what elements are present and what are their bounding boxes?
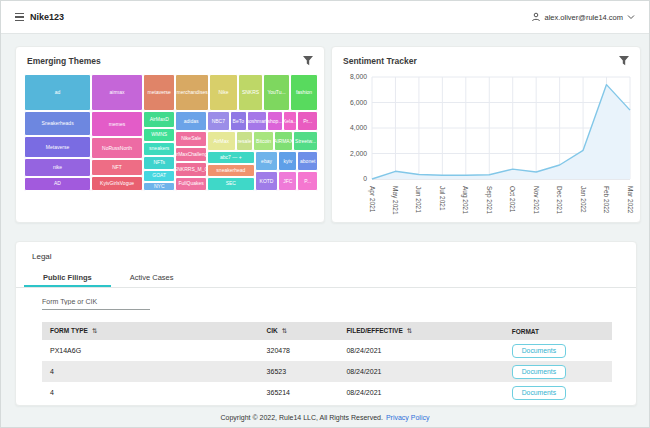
treemap-tile[interactable]: AirMaxD [143, 111, 175, 127]
treemap-tile[interactable]: NikeSale [175, 131, 206, 146]
treemap-tile[interactable]: AirMaxChallenge [175, 147, 206, 162]
treemap-tile[interactable]: NFT [91, 159, 143, 175]
legal-title: Legal [32, 252, 52, 261]
legal-card: Legal Public Filings Active Cases FORM T… [15, 241, 637, 406]
filed-effective-cell: 08/24/2021 [338, 361, 503, 382]
filed-effective-cell: 08/24/2021 [338, 382, 503, 403]
emerging-themes-card: Emerging Themes adSneakerheadsMetaversen… [15, 46, 325, 223]
form-type-cik-input[interactable] [42, 294, 150, 310]
column-header-filed-effective[interactable]: FILED/EFFECTIVE⇅ [338, 322, 503, 340]
treemap-tile[interactable]: nike [24, 158, 91, 177]
treemap-tile[interactable]: BeTo [230, 111, 247, 131]
treemap-tile[interactable]: shop... [267, 111, 282, 131]
treemap-tile[interactable]: AIRMAX [274, 131, 293, 151]
x-axis-tick-label: Jun 2021 [415, 186, 422, 213]
tab-public-filings[interactable]: Public Filings [24, 268, 111, 287]
form-type-cell: 4 [42, 382, 259, 403]
documents-button[interactable]: Documents [512, 344, 566, 358]
person-icon [531, 12, 541, 22]
user-menu[interactable]: alex.oliver@rule14.com [531, 12, 635, 22]
treemap-tile[interactable]: YouTu... [263, 74, 290, 111]
table-row: 43652308/24/2021Documents [42, 361, 612, 382]
y-axis-tick-label: 2,000 [350, 150, 367, 157]
treemap-tile[interactable]: NYC [143, 182, 175, 191]
column-header-cik[interactable]: CIK⇅ [259, 322, 339, 340]
y-axis-tick-label: 8,000 [350, 73, 367, 80]
treemap-tile[interactable]: WMNS [143, 128, 175, 142]
treemap-tile[interactable]: Streetw... [293, 131, 318, 151]
treemap-tile[interactable]: KyivGirlsVogue [91, 176, 143, 191]
x-axis-tick-label: Mar 2022 [627, 186, 634, 214]
treemap-tile[interactable]: kyiv [278, 151, 297, 171]
privacy-policy-link[interactable]: Privacy Policy [386, 414, 430, 421]
treemap-tile[interactable]: metaverse [143, 74, 175, 111]
column-header-form-type[interactable]: FORM TYPE⇅ [42, 322, 259, 340]
treemap-tile[interactable]: SNKRRS_M_G [175, 162, 206, 177]
treemap-tile[interactable]: memes [91, 111, 143, 137]
user-email: alex.oliver@rule14.com [545, 13, 623, 22]
x-axis-tick-label: May 2021 [391, 186, 399, 215]
documents-button[interactable]: Documents [512, 365, 566, 379]
treemap-tile[interactable]: ad [24, 74, 91, 111]
treemap-tile[interactable]: merchandises [175, 74, 209, 111]
treemap-tile[interactable]: abc7 — + [207, 151, 255, 164]
form-type-cell: PX14A6G [42, 340, 259, 361]
treemap-tile[interactable]: SEC [207, 177, 255, 191]
format-cell: Documents [504, 361, 612, 382]
hamburger-menu-icon[interactable] [15, 13, 24, 22]
x-axis-tick-label: Feb 2022 [603, 186, 610, 214]
copyright-text: Copyright © 2022, Rule14 LLC, All Rights… [221, 414, 383, 421]
table-row: 436521408/24/2021Documents [42, 382, 612, 403]
treemap-tile[interactable]: sneakers [143, 142, 175, 156]
treemap-tile[interactable]: Pr... [297, 111, 318, 131]
treemap-tile[interactable]: fashion [290, 74, 318, 111]
filings-table: FORM TYPE⇅CIK⇅FILED/EFFECTIVE⇅FORMAT PX1… [42, 322, 612, 403]
column-header-format: FORMAT [504, 322, 612, 340]
treemap-tile[interactable]: resale [236, 131, 254, 151]
filed-effective-cell: 08/24/2021 [338, 340, 503, 361]
treemap-tile[interactable]: NBC7 [207, 111, 230, 131]
treemap-tile[interactable]: Nike [209, 74, 238, 111]
treemap-tile[interactable]: AD [24, 177, 91, 191]
treemap-tile[interactable]: poshmark [247, 111, 268, 131]
app-window: Nike123 alex.oliver@rule14.com Emerging … [0, 0, 650, 428]
page-footer: Copyright © 2022, Rule14 LLC, All Rights… [1, 406, 649, 428]
brand-title: Nike123 [30, 12, 64, 22]
treemap-tile[interactable]: JFC [278, 171, 297, 191]
treemap-tile[interactable]: airmax [91, 74, 143, 111]
legal-tabbar: Public Filings Active Cases [16, 268, 636, 288]
y-axis-tick-label: 0 [363, 175, 367, 182]
treemap-tile[interactable]: AirMax [207, 131, 236, 151]
sentiment-tracker-card: Sentiment Tracker 02,0004,0006,0008,000A… [331, 46, 641, 223]
cik-cell: 320478 [259, 340, 339, 361]
treemap-tile[interactable]: Kela... [283, 111, 298, 131]
sort-icon[interactable]: ⇅ [92, 327, 97, 334]
x-axis-tick-label: Nov 2021 [533, 186, 540, 214]
treemap-tile[interactable]: NFTs [143, 156, 175, 170]
format-cell: Documents [504, 382, 612, 403]
filter-icon[interactable] [302, 56, 314, 66]
treemap-tile[interactable]: FullQuakes [175, 177, 206, 191]
treemap-tile[interactable]: ebay [255, 151, 279, 171]
treemap-tile[interactable]: KOTD [255, 171, 279, 191]
treemap-tile[interactable]: Bitcoin [253, 131, 274, 151]
treemap-tile[interactable]: sneakerhead [207, 164, 255, 177]
y-axis-tick-label: 6,000 [350, 99, 367, 106]
documents-button[interactable]: Documents [512, 386, 566, 400]
treemap-tile[interactable]: GOAT [143, 170, 175, 182]
tab-active-cases[interactable]: Active Cases [111, 268, 193, 287]
treemap-tile[interactable]: abonet [297, 151, 318, 171]
treemap-tile[interactable]: SNKRS [238, 74, 263, 111]
filings-table-header: FORM TYPE⇅CIK⇅FILED/EFFECTIVE⇅FORMAT [42, 322, 612, 340]
sort-icon[interactable]: ⇅ [407, 327, 412, 334]
treemap-tile[interactable]: adidas [175, 111, 206, 131]
x-axis-tick-label: Jul 2021 [439, 186, 446, 211]
treemap-tile[interactable]: Sneakerheads [24, 111, 91, 136]
treemap-tile[interactable]: Metaverse [24, 136, 91, 158]
x-axis-tick-label: Aug 2021 [461, 186, 469, 214]
sort-icon[interactable]: ⇅ [282, 327, 287, 334]
cik-cell: 365214 [259, 382, 339, 403]
themes-treemap: adSneakerheadsMetaversenikeADairmaxmemes… [24, 74, 318, 191]
treemap-tile[interactable]: NoRussNorth [91, 137, 143, 159]
treemap-tile[interactable]: P... [297, 171, 318, 191]
